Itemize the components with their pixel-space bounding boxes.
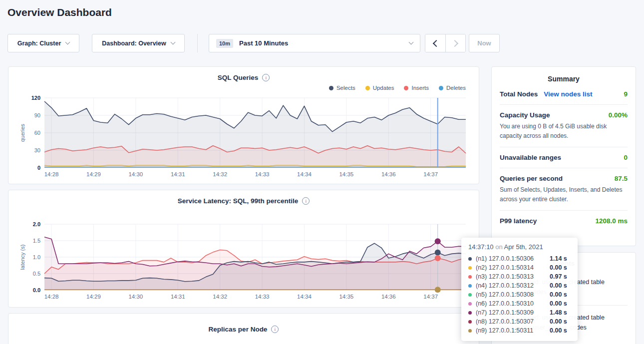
y-tick-label: 120 xyxy=(31,95,40,101)
time-range-arrows xyxy=(425,34,466,52)
tooltip-node-value: 1.14 s xyxy=(550,255,567,262)
legend-item-updates[interactable]: Updates xyxy=(365,85,394,91)
summary-row: Unavailable ranges0 xyxy=(500,147,628,168)
tooltip-node-address: (n9) 127.0.0.1:50311 xyxy=(476,327,547,334)
summary-row: Total NodesView nodes list9 xyxy=(500,84,628,105)
graph-dropdown[interactable]: Graph: Cluster xyxy=(7,34,79,52)
summary-row-value: 0.00% xyxy=(609,111,628,119)
x-tick-label: 14:31 xyxy=(171,294,185,300)
x-tick-label: 14:33 xyxy=(255,171,270,177)
info-icon[interactable] xyxy=(271,326,279,333)
service-latency-panel: Service Latency: SQL, 99th percentile 14… xyxy=(8,190,479,308)
summary-row: Queries per second87.5Sum of Selects, Up… xyxy=(500,168,628,211)
legend-item-selects[interactable]: Selects xyxy=(329,85,355,91)
dashboard-dropdown-label: Dashboard: Overview xyxy=(102,40,166,47)
info-icon[interactable] xyxy=(302,197,310,205)
chevron-right-icon xyxy=(451,39,458,46)
y-tick-label: 90 xyxy=(34,112,40,118)
x-tick-label: 14:30 xyxy=(128,294,143,300)
graph-dropdown-label: Graph: Cluster xyxy=(17,40,61,47)
x-tick-label: 14:37 xyxy=(423,171,438,177)
sql-queries-panel: SQL Queries SelectsUpdatesInsertsDeletes… xyxy=(8,66,479,184)
x-tick-label: 14:28 xyxy=(44,171,59,177)
node-color-dot xyxy=(468,320,472,324)
legend-label: Selects xyxy=(336,85,355,91)
series-area xyxy=(44,101,466,168)
service-latency-chart[interactable]: 14:2814:2914:3014:3114:3214:3314:3414:35… xyxy=(16,206,472,301)
y-axis-label: queries xyxy=(19,123,25,142)
node-color-dot xyxy=(468,311,472,315)
tooltip-node-address: (n8) 127.0.0.1:50307 xyxy=(476,318,547,325)
x-tick-label: 14:36 xyxy=(381,171,396,177)
y-axis-label: latency (s) xyxy=(19,245,25,270)
service-latency-title: Service Latency: SQL, 99th percentile xyxy=(178,197,299,205)
tooltip-node-value: 0.00 s xyxy=(550,300,567,307)
dashboard-dropdown[interactable]: Dashboard: Overview xyxy=(92,34,185,52)
summary-row-value: 87.5 xyxy=(615,175,628,182)
time-range-dropdown[interactable]: 10m Past 10 Minutes xyxy=(209,34,420,52)
chevron-left-icon xyxy=(433,39,440,46)
tooltip-node-row: (n8) 127.0.0.1:503070.00 s xyxy=(468,317,571,326)
legend-dot xyxy=(404,86,408,90)
legend-item-deletes[interactable]: Deletes xyxy=(439,85,466,91)
view-nodes-list-link[interactable]: View nodes list xyxy=(544,90,592,98)
summary-row-value: 0 xyxy=(624,154,628,161)
x-tick-label: 14:35 xyxy=(339,171,353,177)
legend-item-inserts[interactable]: Inserts xyxy=(404,85,429,91)
x-tick-label: 14:28 xyxy=(44,294,59,300)
sql-queries-chart[interactable]: 14:2814:2914:3014:3114:3214:3314:3414:35… xyxy=(16,93,472,179)
prev-range-button[interactable] xyxy=(425,34,445,52)
x-tick-label: 14:35 xyxy=(339,294,353,300)
now-button[interactable]: Now xyxy=(469,34,500,52)
summary-row: Capacity Usage0.00%You are using 0 B of … xyxy=(500,105,628,147)
y-tick-label: 0 xyxy=(37,165,40,171)
tooltip-node-address: (n2) 127.0.0.1:50314 xyxy=(476,264,547,271)
time-range-label: Past 10 Minutes xyxy=(239,39,288,47)
tooltip-node-value: 0.00 s xyxy=(550,291,567,298)
legend-dot xyxy=(439,86,443,90)
toolbar-divider xyxy=(197,34,198,52)
x-tick-label: 14:34 xyxy=(297,294,312,300)
y-tick-label: 30 xyxy=(34,147,40,153)
summary-row-label: P99 latency xyxy=(500,217,537,225)
replicas-per-node-title: Replicas per Node xyxy=(209,326,268,333)
summary-panel: Summary Total NodesView nodes list9Capac… xyxy=(491,66,636,246)
legend-dot xyxy=(365,86,370,90)
summary-row-label: Queries per second xyxy=(500,175,563,182)
sql-queries-title: SQL Queries xyxy=(218,74,259,81)
legend-label: Inserts xyxy=(411,85,429,91)
tooltip-node-value: 1.48 s xyxy=(550,309,567,316)
y-tick-label: 60 xyxy=(34,130,40,136)
y-tick-label: 1.0 xyxy=(33,254,40,260)
tooltip-node-value: 0.00 s xyxy=(550,327,567,334)
tooltip-node-row: (n7) 127.0.0.1:503091.48 s xyxy=(468,308,571,317)
crosshair-dot xyxy=(435,255,441,261)
tooltip-node-address: (n5) 127.0.0.1:50308 xyxy=(476,291,547,298)
next-range-button[interactable] xyxy=(445,34,465,52)
page-title: Overview Dashboard xyxy=(7,6,112,18)
tooltip-node-address: (n3) 127.0.0.1:50313 xyxy=(476,273,547,280)
node-color-dot xyxy=(468,266,472,270)
summary-row-value: 9 xyxy=(624,90,628,98)
x-tick-label: 14:37 xyxy=(423,294,438,300)
node-color-dot xyxy=(468,275,472,279)
node-color-dot xyxy=(468,293,472,297)
chevron-down-icon xyxy=(409,40,414,45)
x-tick-label: 14:32 xyxy=(213,171,227,177)
crosshair-dot xyxy=(435,250,441,256)
x-tick-label: 14:29 xyxy=(86,294,101,300)
tooltip-node-row: (n9) 127.0.0.1:503110.00 s xyxy=(468,326,571,335)
chart-hover-tooltip: 14:37:10 on Apr 5th, 2021 (n1) 127.0.0.1… xyxy=(461,238,578,341)
overview-dashboard-page: Overview Dashboard Graph: Cluster Dashbo… xyxy=(0,0,644,344)
tooltip-node-value: 0.00 s xyxy=(550,318,567,325)
tooltip-node-row: (n1) 127.0.0.1:503061.14 s xyxy=(468,254,571,263)
y-tick-label: 1.5 xyxy=(33,238,40,244)
summary-title: Summary xyxy=(500,75,628,83)
tooltip-node-row: (n2) 127.0.0.1:503140.00 s xyxy=(468,263,571,272)
tooltip-node-value: 0.97 s xyxy=(550,273,567,280)
x-tick-label: 14:34 xyxy=(297,171,312,177)
tooltip-timestamp: 14:37:10 on Apr 5th, 2021 xyxy=(468,243,571,251)
tooltip-node-address: (n4) 127.0.0.1:50312 xyxy=(476,282,547,289)
info-icon[interactable] xyxy=(262,74,270,81)
tooltip-node-value: 0.00 s xyxy=(550,264,567,271)
